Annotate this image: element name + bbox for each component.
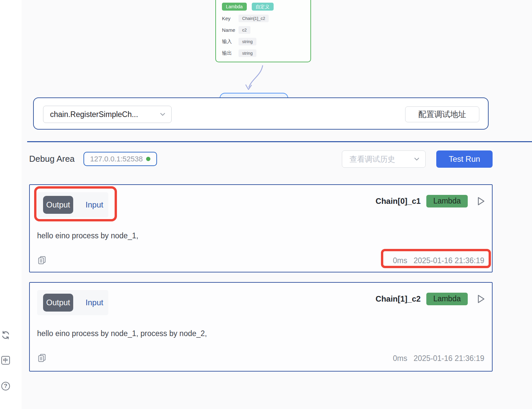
node-key-label: Key — [222, 16, 237, 21]
copy-icon[interactable] — [38, 354, 46, 362]
result-duration: 0ms — [393, 256, 407, 265]
tab-input[interactable]: Input — [80, 196, 109, 214]
node-type-badge: Lambda — [222, 3, 247, 11]
node-output-label: 输出 — [222, 50, 237, 56]
play-icon[interactable] — [477, 294, 485, 304]
node-output-value: string — [239, 49, 256, 57]
graph-node-card[interactable]: Lambda 自定义 Key Chain[1]_c2 Name c2 输入 st… — [215, 0, 311, 62]
language-icon[interactable]: 中 — [1, 356, 10, 365]
tab-output[interactable]: Output — [43, 294, 73, 312]
refresh-icon[interactable] — [1, 330, 10, 340]
graph-toolbar: chain.RegisterSimpleCh... 配置调试地址 — [33, 97, 489, 130]
card-header-right: Chain[0]_c1 Lambda — [376, 195, 485, 207]
debug-history-placeholder: 查看调试历史 — [349, 154, 410, 164]
node-custom-badge: 自定义 — [252, 3, 274, 11]
debug-area-title: Debug Area — [29, 154, 75, 164]
result-timing: 0ms 2025-01-16 21:36:19 — [393, 256, 484, 265]
chevron-down-icon — [160, 113, 165, 116]
help-icon[interactable]: ? — [1, 381, 10, 391]
configure-debug-address-button[interactable]: 配置调试地址 — [405, 106, 479, 122]
language-icon-glyph: 中 — [1, 356, 10, 365]
result-timestamp: 2025-01-16 21:36:19 — [413, 256, 484, 265]
result-node-type-badge: Lambda — [426, 195, 468, 207]
result-output-text: hello eino process by node_1, process by… — [37, 329, 207, 338]
node-input-value: string — [239, 38, 256, 45]
node-name-label: Name — [222, 27, 237, 33]
connection-status-dot — [146, 157, 150, 161]
help-icon-glyph: ? — [1, 382, 10, 390]
graph-select-value: chain.RegisterSimpleCh... — [50, 110, 156, 119]
result-duration: 0ms — [393, 354, 407, 363]
node-row-input-type: 输入 string — [222, 38, 304, 45]
copy-icon[interactable] — [38, 256, 46, 264]
debug-address-badge[interactable]: 127.0.0.1:52538 — [83, 152, 157, 166]
panel-divider — [27, 141, 532, 142]
node-input-label: 输入 — [222, 38, 237, 45]
node-row-name: Name c2 — [222, 26, 304, 34]
graph-select[interactable]: chain.RegisterSimpleCh... — [43, 106, 172, 123]
result-card: Output Input Chain[1]_c2 Lambda hello ei… — [29, 282, 493, 372]
result-output-text: hello eino process by node_1, — [37, 231, 138, 240]
debug-address-text: 127.0.0.1:52538 — [90, 155, 143, 163]
node-badges: Lambda 自定义 — [222, 3, 304, 11]
node-row-key: Key Chain[1]_c2 — [222, 15, 304, 22]
card-header-right: Chain[1]_c2 Lambda — [376, 293, 485, 305]
result-node-type-badge: Lambda — [426, 293, 468, 305]
eino-debug-screen: Lambda 自定义 Key Chain[1]_c2 Name c2 输入 st… — [0, 0, 532, 409]
tab-input[interactable]: Input — [80, 294, 109, 312]
test-run-button[interactable]: Test Run — [436, 150, 493, 168]
result-node-key: Chain[1]_c2 — [376, 294, 421, 304]
node-key-value: Chain[1]_c2 — [239, 15, 269, 22]
debug-history-select[interactable]: 查看调试历史 — [342, 150, 426, 168]
graph-edge-arrow — [232, 63, 272, 96]
chevron-down-icon — [414, 157, 419, 161]
result-timestamp: 2025-01-16 21:36:19 — [413, 354, 484, 363]
result-node-key: Chain[0]_c1 — [376, 197, 421, 206]
node-name-value: c2 — [239, 26, 250, 34]
result-timing: 0ms 2025-01-16 21:36:19 — [393, 354, 484, 363]
result-card: Output Input Chain[0]_c1 Lambda hello ei… — [29, 184, 493, 272]
node-row-output-type: 输出 string — [222, 49, 304, 57]
tab-output[interactable]: Output — [43, 196, 73, 214]
play-icon[interactable] — [477, 196, 485, 206]
